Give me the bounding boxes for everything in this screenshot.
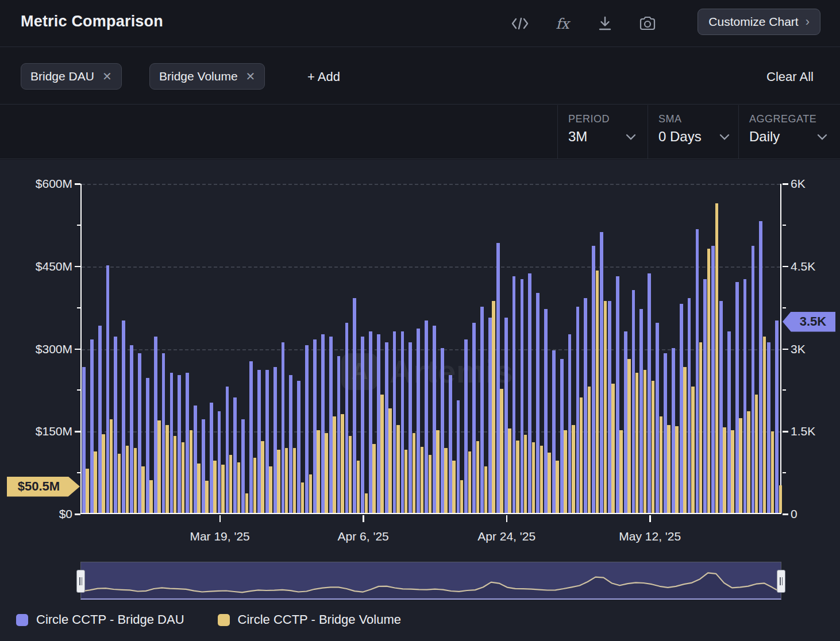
bar-volume[interactable]	[604, 301, 607, 513]
bar-dau[interactable]	[616, 276, 619, 513]
bar-dau[interactable]	[297, 381, 300, 513]
bar-volume[interactable]	[444, 448, 448, 513]
bar-dau[interactable]	[218, 411, 221, 513]
bar-volume[interactable]	[134, 448, 137, 513]
sma-dropdown[interactable]: SMA 0 Days	[648, 105, 738, 159]
bar-volume[interactable]	[245, 493, 249, 513]
aggregate-dropdown[interactable]: AGGREGATE Daily	[738, 105, 840, 159]
bar-volume[interactable]	[301, 482, 305, 513]
bar-volume[interactable]	[333, 416, 336, 513]
bar-volume[interactable]	[691, 387, 695, 513]
bar-dau[interactable]	[735, 282, 739, 513]
bar-volume[interactable]	[349, 436, 352, 513]
bar-dau[interactable]	[282, 342, 285, 513]
bar-volume[interactable]	[293, 448, 296, 513]
bar-dau[interactable]	[592, 246, 595, 513]
bar-volume[interactable]	[644, 370, 647, 513]
bar-dau[interactable]	[377, 334, 380, 513]
bar-volume[interactable]	[372, 444, 376, 513]
bar-volume[interactable]	[190, 430, 193, 513]
bar-volume[interactable]	[660, 416, 663, 513]
bar-volume[interactable]	[747, 411, 750, 513]
bar-volume[interactable]	[500, 389, 503, 513]
bar-dau[interactable]	[257, 370, 261, 513]
bar-dau[interactable]	[664, 353, 667, 513]
bar-volume[interactable]	[197, 464, 201, 513]
bar-dau[interactable]	[656, 323, 659, 513]
bar-volume[interactable]	[205, 481, 209, 513]
bar-volume[interactable]	[731, 430, 734, 513]
bar-volume[interactable]	[380, 395, 384, 513]
bar-dau[interactable]	[703, 279, 707, 513]
bar-volume[interactable]	[165, 425, 169, 513]
bar-dau[interactable]	[488, 318, 492, 513]
bar-volume[interactable]	[652, 381, 655, 513]
bar-volume[interactable]	[763, 337, 766, 513]
embed-code-icon[interactable]	[511, 15, 529, 32]
bar-volume[interactable]	[635, 373, 639, 513]
bar-dau[interactable]	[345, 323, 349, 513]
bar-volume[interactable]	[94, 451, 97, 513]
bar-volume[interactable]	[675, 426, 679, 513]
bar-volume[interactable]	[683, 367, 687, 513]
bar-volume[interactable]	[182, 442, 185, 513]
bar-dau[interactable]	[480, 307, 484, 513]
bar-dau[interactable]	[504, 318, 508, 513]
bar-chart-plot[interactable]	[80, 184, 781, 514]
bar-volume[interactable]	[285, 448, 288, 513]
bar-dau[interactable]	[369, 331, 372, 513]
bar-volume[interactable]	[484, 466, 488, 513]
bar-dau[interactable]	[90, 339, 94, 513]
bar-dau[interactable]	[138, 353, 141, 513]
bar-dau[interactable]	[680, 304, 683, 513]
bar-volume[interactable]	[588, 387, 591, 513]
bar-dau[interactable]	[759, 221, 762, 513]
bar-volume[interactable]	[253, 458, 257, 513]
customize-chart-button[interactable]: Customize Chart ›	[698, 9, 820, 35]
bar-dau[interactable]	[233, 397, 237, 513]
bar-volume[interactable]	[357, 461, 360, 513]
bar-volume[interactable]	[277, 450, 280, 513]
bar-volume[interactable]	[707, 249, 711, 513]
bar-dau[interactable]	[727, 331, 731, 513]
bar-dau[interactable]	[449, 375, 452, 513]
bar-volume[interactable]	[564, 430, 567, 513]
bar-dau[interactable]	[528, 273, 531, 513]
bar-volume[interactable]	[126, 446, 129, 513]
bar-dau[interactable]	[305, 345, 309, 513]
remove-chip-icon[interactable]: ✕	[246, 69, 256, 83]
bar-dau[interactable]	[130, 345, 133, 513]
bar-dau[interactable]	[417, 329, 420, 513]
bar-dau[interactable]	[472, 323, 476, 513]
bar-volume[interactable]	[118, 454, 121, 513]
bar-dau[interactable]	[114, 337, 117, 513]
bar-dau[interactable]	[648, 273, 651, 513]
bar-dau[interactable]	[544, 309, 548, 513]
bar-volume[interactable]	[596, 271, 599, 513]
bar-dau[interactable]	[329, 337, 333, 513]
bar-volume[interactable]	[516, 441, 519, 513]
bar-dau[interactable]	[313, 339, 317, 513]
bar-volume[interactable]	[413, 433, 416, 513]
bar-dau[interactable]	[568, 334, 572, 513]
bar-volume[interactable]	[149, 480, 153, 513]
bar-volume[interactable]	[229, 455, 233, 513]
bar-volume[interactable]	[269, 466, 272, 513]
bar-volume[interactable]	[572, 425, 575, 513]
bar-dau[interactable]	[353, 298, 356, 513]
bar-dau[interactable]	[162, 353, 165, 513]
bar-dau[interactable]	[194, 406, 197, 513]
bar-dau[interactable]	[433, 326, 436, 513]
bar-dau[interactable]	[202, 419, 205, 513]
bar-volume[interactable]	[492, 301, 495, 513]
bar-dau[interactable]	[600, 232, 603, 513]
chip-bridge-dau[interactable]: Bridge DAU ✕	[21, 63, 122, 90]
bar-volume[interactable]	[261, 441, 264, 513]
bar-volume[interactable]	[619, 430, 623, 513]
bar-dau[interactable]	[146, 378, 149, 513]
bar-volume[interactable]	[524, 435, 527, 513]
bar-volume[interactable]	[771, 431, 775, 513]
bar-dau[interactable]	[457, 400, 460, 513]
bar-volume[interactable]	[429, 455, 432, 513]
bar-volume[interactable]	[317, 430, 320, 513]
